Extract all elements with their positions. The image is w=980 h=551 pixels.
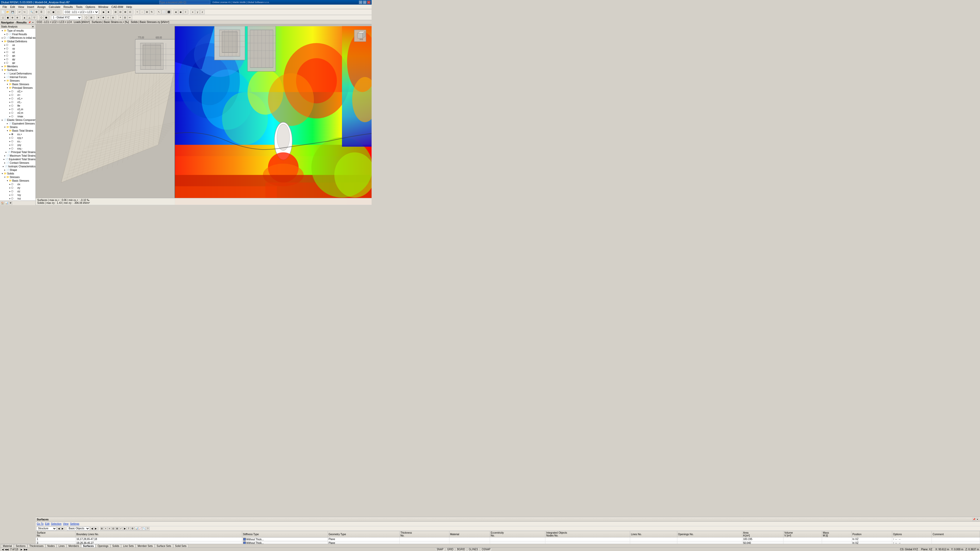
nav-tree-item-10[interactable]: ▸📁Members (0, 65, 35, 68)
nav-tree-item-12[interactable]: ▸📄Local Deformations (0, 72, 35, 75)
tb2-snap1[interactable]: ✕ (96, 15, 101, 20)
tb-btn-8[interactable]: ⬚ (56, 10, 60, 14)
tb-select1[interactable]: ↖ (157, 10, 161, 14)
tb-open[interactable]: 📂 (5, 10, 10, 14)
maximize-button[interactable]: □ (363, 0, 366, 4)
load-combo-dropdown[interactable]: CO2 : LC1 + LC2 + LC3 + LC4 (63, 10, 99, 14)
nav-settings[interactable]: ▼ (32, 25, 35, 28)
nav-tree-item-29[interactable]: ▸εx,+ (0, 132, 35, 136)
tb-display2[interactable]: ⊟ (118, 10, 123, 14)
nav-tree-item-13[interactable]: ▸📄Internal Forces (0, 75, 35, 79)
nav-close[interactable]: × (32, 21, 35, 24)
tb-select3[interactable]: ⬛ (166, 10, 171, 14)
nav-pin[interactable]: 📌 (28, 21, 31, 24)
tb2-btn4[interactable]: ⊗ (15, 15, 20, 20)
nav-tree-item-28[interactable]: ▾📁Basic Total Strains (0, 129, 35, 132)
nav-tree-item-14[interactable]: ▾📁Stresses (0, 79, 35, 83)
nav-tree-item-11[interactable]: ▾📁Surfaces (0, 68, 35, 72)
menu-help[interactable]: Help (125, 5, 134, 9)
nav-tree-item-19[interactable]: ▸σ1,+ (0, 97, 35, 100)
nav-tree-item-35[interactable]: ▸📄Maximum Total Strains (0, 154, 35, 157)
nav-tree-item-46[interactable]: ▸τxy (0, 193, 35, 197)
tb-render[interactable]: ▶ (101, 10, 106, 14)
nav-tree-item-38[interactable]: ▸📄Isotropic Characteristics (0, 165, 35, 168)
tb-btn-5[interactable]: ☰ (39, 10, 44, 14)
tb2-btn2[interactable]: ◼ (5, 15, 10, 20)
tb-display3[interactable]: ⊠ (123, 10, 127, 14)
tb-btn-3[interactable]: 🔍 (29, 10, 34, 14)
nav-tree-item-15[interactable]: ▾📁Basic Stresses (0, 83, 35, 86)
nav-tree-item-16[interactable]: ▾📁Principal Stresses (0, 86, 35, 89)
tb2-perspective[interactable]: ⬡ (84, 15, 89, 20)
nav-tree-item-27[interactable]: ▾📁Strains (0, 125, 35, 129)
tb-save[interactable]: 💾 (10, 10, 15, 14)
nav-tree-item-30[interactable]: ▸εyy,+ (0, 136, 35, 140)
menu-tools[interactable]: Tools (74, 5, 84, 9)
nav-tree-item-41[interactable]: ▾📁Stresses (0, 175, 35, 179)
tb-view1[interactable]: ◈ (173, 10, 178, 14)
minimize-button[interactable]: − (359, 0, 363, 4)
tb-zoom-out[interactable]: - (140, 10, 145, 14)
tb-btn-6[interactable]: ◻ (46, 10, 51, 14)
menu-assign[interactable]: Assign (36, 5, 47, 9)
tb-btn-7[interactable]: ▣ (51, 10, 56, 14)
tb2-cut[interactable]: ✂ (127, 15, 132, 20)
tb-select2[interactable]: ⬜ (162, 10, 166, 14)
tb2-snap4[interactable]: ⊛ (111, 15, 115, 20)
tb2-btn9[interactable]: ⬢ (44, 15, 48, 20)
nav-tree-item-39[interactable]: ▸📄Shape (0, 168, 35, 171)
nav-tree-item-25[interactable]: ▸📄Elastic Stress Components (0, 118, 35, 122)
nav-tree-item-2[interactable]: ▸📄Differences to initial state (0, 36, 35, 40)
tb2-snap2[interactable]: ✚ (101, 15, 106, 20)
nav-tree-item-34[interactable]: ▸📄Principal Total Strains (0, 150, 35, 154)
tb-display4[interactable]: ⊡ (128, 10, 132, 14)
nav-tree-item-4[interactable]: ▸ux (0, 43, 35, 47)
nav-tree-item-0[interactable]: ▾📁Type of results (0, 29, 35, 32)
menu-window[interactable]: Window (97, 5, 110, 9)
nav-tree-item-18[interactable]: ▸σ+ (0, 93, 35, 97)
nav-results[interactable]: 📊 (5, 201, 8, 205)
nav-tree-item-9[interactable]: ▸φz (0, 61, 35, 65)
tb2-snap3[interactable]: ⊹ (106, 15, 110, 20)
tb2-measure[interactable]: ⌖ (118, 15, 123, 20)
tb2-btn7[interactable]: ▽ (32, 15, 37, 20)
tb2-btn5[interactable]: ▲ (22, 15, 27, 20)
nav-display[interactable]: 👁 (9, 201, 12, 205)
nav-tree-item-17[interactable]: ▸σ2,+ (0, 89, 35, 93)
nav-tree-item-40[interactable]: ▾📁Solids (0, 171, 35, 175)
nav-tree-item-45[interactable]: ▸σz (0, 189, 35, 193)
tb2-btn3[interactable]: ⊕ (10, 15, 15, 20)
nav-tree-item-3[interactable]: ▾📁Global Definitions (0, 40, 35, 43)
tb-new[interactable]: 📄 (0, 10, 5, 14)
menu-results[interactable]: Results (62, 5, 75, 9)
tb-axis3[interactable]: z (200, 10, 205, 14)
tb-axis1[interactable]: x (190, 10, 195, 14)
nav-tree-item-22[interactable]: ▸σ1,m (0, 107, 35, 111)
tb2-btn6[interactable]: △ (27, 15, 32, 20)
3d-scene[interactable]: 775.00 600.00 (36, 24, 372, 205)
nav-tree-item-8[interactable]: ▸φy (0, 57, 35, 61)
nav-tree-item-24[interactable]: ▸τmax (0, 114, 35, 118)
menu-calculate[interactable]: Calculate (47, 5, 62, 9)
nav-tree-item-21[interactable]: ▸θe (0, 104, 35, 107)
nav-tree-item-36[interactable]: ▸📄Equivalent Total Strains (0, 157, 35, 161)
nav-tree-item-23[interactable]: ▸σ2,m (0, 111, 35, 114)
nav-tree-item-31[interactable]: ▸εx,- (0, 140, 35, 143)
search-input[interactable] (159, 0, 210, 4)
tb-view2[interactable]: ◉ (178, 10, 183, 14)
nav-tree-item-1[interactable]: ▸📄Final Results (0, 32, 35, 36)
nav-tree-item-43[interactable]: ▸σx (0, 183, 35, 186)
nav-tree-item-37[interactable]: ▸📄Contact Stresses (0, 161, 35, 165)
nav-model[interactable]: 🏠 (0, 201, 4, 205)
menu-cad-bim[interactable]: CAD-BIM (110, 5, 124, 9)
nav-tree-item-42[interactable]: ▾📁Basic Stresses (0, 179, 35, 183)
menu-insert[interactable]: Insert (25, 5, 36, 9)
nav-tree-item-44[interactable]: ▸σy (0, 186, 35, 189)
nav-tree-item-33[interactable]: ▸εxy,- (0, 147, 35, 150)
nav-tree-item-47[interactable]: ▸τxz (0, 197, 35, 200)
menu-edit[interactable]: Edit (9, 5, 17, 9)
nav-tree-item-20[interactable]: ▸σ1,- (0, 100, 35, 104)
3d-viewport[interactable]: CO2 - LC1 + LC2 + LC3 + LC4 Loads [kN/m²… (36, 20, 372, 205)
view-dropdown[interactable]: 1 - Global XYZ (51, 15, 82, 20)
tb2-btn8[interactable]: ⬡ (39, 15, 44, 20)
